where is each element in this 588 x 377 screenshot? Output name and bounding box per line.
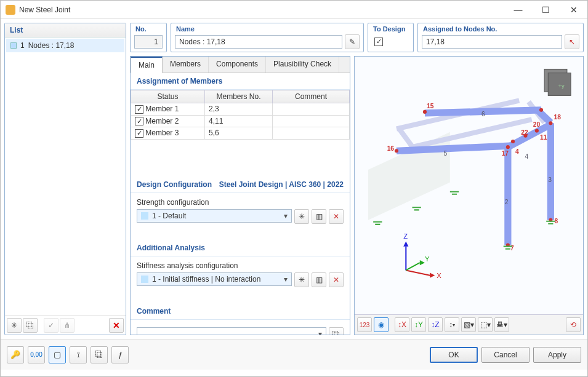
no-field[interactable]: 1 <box>134 35 163 49</box>
name-label: Name <box>171 23 363 33</box>
row-checkbox[interactable] <box>135 105 143 114</box>
tab-bar: Main Members Components Plausibility Che… <box>131 57 350 73</box>
to-design-checkbox[interactable] <box>374 38 383 46</box>
svg-text:Y: Y <box>425 255 430 263</box>
table-row[interactable]: Member 2 4,11 <box>131 115 350 127</box>
table-row[interactable]: Member 1 2,3 <box>131 103 350 116</box>
svg-point-17 <box>549 121 552 125</box>
cfg-lib-button[interactable]: ▥ <box>312 209 326 224</box>
mode2-button[interactable]: ⟟ <box>70 346 87 363</box>
list-item[interactable]: 1 Nodes : 17,18 <box>6 39 124 52</box>
cfg-new-button[interactable]: ✳ <box>294 209 309 224</box>
comment-edit-button[interactable]: ⿻ <box>329 327 344 335</box>
footer: 🔑 0,00 ▢ ⟟ ⿻ ƒ OK Cancel Apply <box>1 339 587 370</box>
analysis-del-button[interactable]: ✕ <box>329 272 344 287</box>
assigned-nodes-label: Assigned to Nodes No. <box>418 23 583 33</box>
svg-point-20 <box>511 140 515 143</box>
svg-marker-44 <box>420 260 425 265</box>
comment-combo[interactable]: ▾ <box>137 327 326 335</box>
svg-text:3: 3 <box>548 177 552 183</box>
apply-button[interactable]: Apply <box>533 347 581 363</box>
row-checkbox[interactable] <box>135 129 143 138</box>
col-members-no[interactable]: Members No. <box>205 90 273 103</box>
copy-item-button[interactable]: ⿻ <box>23 318 38 333</box>
viewport-3d[interactable]: +y <box>354 56 584 335</box>
script-button[interactable]: ƒ <box>111 346 129 363</box>
tab-components[interactable]: Components <box>209 57 266 73</box>
svg-text:16: 16 <box>387 145 395 152</box>
svg-point-16 <box>506 145 510 149</box>
reset-view-button[interactable]: ⟲ <box>566 317 581 332</box>
view-z-button[interactable]: ↕Z <box>428 317 443 332</box>
close-button[interactable]: ✕ <box>560 1 587 18</box>
help-button[interactable]: 🔑 <box>7 346 24 363</box>
viewport-toolbar: 123 ◉ ↕X ↕Y ↕Z ↕▾ ▧▾ ⬚▾ 🖶▾ ⟲ <box>355 314 583 335</box>
nav-cube[interactable]: +y <box>544 69 571 95</box>
print-button[interactable]: 🖶▾ <box>494 317 509 332</box>
tab-members[interactable]: Members <box>163 57 209 73</box>
tab-plausibility[interactable]: Plausibility Check <box>266 57 339 73</box>
show-view-button[interactable]: ◉ <box>374 317 389 332</box>
svg-line-43 <box>406 263 419 270</box>
new-item-button[interactable]: ✳ <box>7 318 22 333</box>
window-title: New Steel Joint <box>19 6 504 14</box>
mode3-button[interactable]: ⿻ <box>91 346 108 363</box>
svg-text:15: 15 <box>427 103 434 109</box>
assigned-nodes-field[interactable]: 17,18 <box>422 35 562 49</box>
stiffness-combo[interactable]: 1 - Initial stiffness | No interaction▾ <box>137 272 292 286</box>
strength-combo[interactable]: 1 - Default▾ <box>137 209 292 223</box>
cfg-del-button[interactable]: ✕ <box>329 209 344 224</box>
col-status[interactable]: Status <box>131 90 205 103</box>
analysis-new-button[interactable]: ✳ <box>294 272 309 287</box>
show-numbers-button[interactable]: 123 <box>357 317 372 332</box>
svg-point-15 <box>395 149 398 153</box>
tab-main[interactable]: Main <box>131 57 163 73</box>
swatch-icon <box>141 276 148 283</box>
render-button[interactable]: ⬚▾ <box>478 317 493 332</box>
view-x-button[interactable]: ↕X <box>395 317 409 332</box>
analysis-lib-button[interactable]: ▥ <box>312 272 326 287</box>
cancel-button[interactable]: Cancel <box>481 347 530 363</box>
filter-button[interactable]: ⋔ <box>60 318 75 333</box>
members-table: Status Members No. Comment Member 1 2,3 <box>131 90 350 140</box>
name-field[interactable]: Nodes : 17,18 <box>175 35 342 49</box>
svg-point-14 <box>423 110 427 114</box>
list-header: List <box>5 23 126 38</box>
display-button[interactable]: ▧▾ <box>461 317 476 332</box>
svg-text:18: 18 <box>554 114 561 121</box>
maximize-button[interactable]: ☐ <box>532 1 560 18</box>
no-label: No. <box>131 23 166 33</box>
svg-text:11: 11 <box>540 134 547 141</box>
view-iso-button[interactable]: ↕▾ <box>445 317 459 332</box>
list-item-index: 1 <box>20 41 25 50</box>
model-view[interactable]: +y <box>355 57 583 314</box>
svg-point-18 <box>535 129 539 133</box>
svg-text:4: 4 <box>515 148 519 155</box>
list-body: 1 Nodes : 17,18 <box>5 38 126 315</box>
svg-point-23 <box>539 108 543 112</box>
row-checkbox[interactable] <box>135 117 143 125</box>
svg-text:7: 7 <box>510 245 514 252</box>
svg-text:Z: Z <box>403 232 408 240</box>
table-row[interactable]: Member 3 5,6 <box>131 127 350 140</box>
check-button[interactable]: ✓ <box>44 318 58 333</box>
pick-nodes-button[interactable]: ↖ <box>565 34 579 49</box>
axis-gizmo: Z X Y <box>403 232 441 279</box>
svg-line-41 <box>406 270 430 275</box>
view-y-button[interactable]: ↕Y <box>411 317 426 332</box>
delete-item-button[interactable]: ✕ <box>109 318 124 333</box>
edit-name-button[interactable]: ✎ <box>345 34 360 49</box>
stiffness-label: Stiffness analysis configuration <box>137 261 344 270</box>
ok-button[interactable]: OK <box>430 347 478 363</box>
col-comment[interactable]: Comment <box>273 90 350 103</box>
svg-text:+y: +y <box>558 83 565 89</box>
minimize-button[interactable]: — <box>504 1 532 18</box>
strength-label: Strength configuration <box>137 198 344 207</box>
units-button[interactable]: 0,00 <box>28 346 45 363</box>
swatch-icon <box>141 212 148 220</box>
svg-marker-40 <box>403 241 408 246</box>
design-cfg-title: Design Configuration Steel Joint Design … <box>131 177 350 193</box>
app-icon <box>6 5 15 15</box>
mode1-button[interactable]: ▢ <box>49 346 66 363</box>
svg-text:4: 4 <box>525 153 528 160</box>
